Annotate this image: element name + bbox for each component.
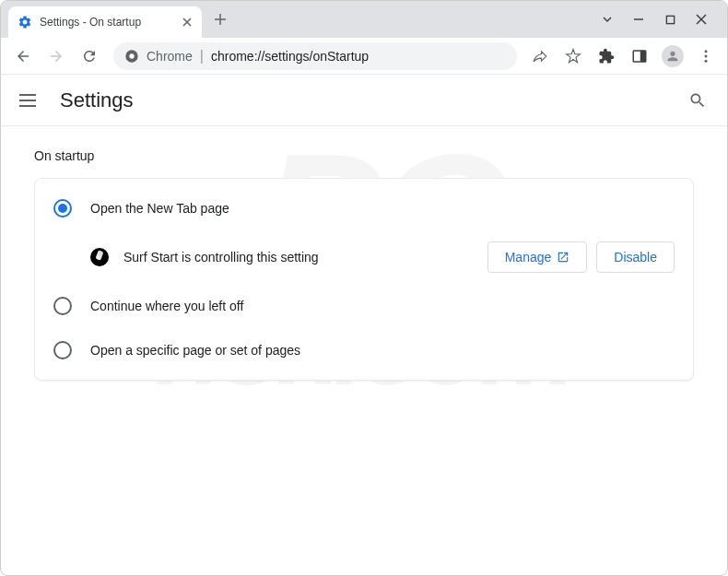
browser-toolbar: Chrome | chrome://settings/onStartup xyxy=(1,38,727,75)
chevron-down-icon[interactable] xyxy=(600,12,615,27)
disable-button-label: Disable xyxy=(614,250,657,264)
extension-control-text: Surf Start is controlling this setting xyxy=(123,250,473,264)
browser-tab[interactable]: Settings - On startup xyxy=(8,6,202,38)
svg-point-6 xyxy=(705,54,708,57)
option-label: Open a specific page or set of pages xyxy=(90,343,300,358)
manage-button[interactable]: Manage xyxy=(487,241,588,273)
hamburger-menu-icon[interactable] xyxy=(19,89,41,112)
option-label: Continue where you left off xyxy=(90,299,243,313)
menu-icon[interactable] xyxy=(692,42,720,70)
close-tab-icon[interactable] xyxy=(180,15,194,29)
svg-point-7 xyxy=(705,59,708,62)
svg-point-2 xyxy=(129,53,134,58)
extension-icon xyxy=(90,248,109,266)
option-continue[interactable]: Continue where you left off xyxy=(35,284,693,328)
address-bar[interactable]: Chrome | chrome://settings/onStartup xyxy=(113,42,517,70)
startup-card: Open the New Tab page Surf Start is cont… xyxy=(34,178,694,381)
disable-button[interactable]: Disable xyxy=(596,241,675,273)
svg-rect-4 xyxy=(640,51,646,62)
share-icon[interactable] xyxy=(526,42,554,70)
settings-header: Settings xyxy=(1,75,727,126)
bookmark-star-icon[interactable] xyxy=(559,42,587,70)
window-controls xyxy=(600,12,720,27)
gear-icon xyxy=(18,15,32,29)
extensions-icon[interactable] xyxy=(593,42,620,70)
option-label: Open the New Tab page xyxy=(90,201,229,216)
radio-selected[interactable] xyxy=(53,199,72,217)
option-specific[interactable]: Open a specific page or set of pages xyxy=(35,328,693,372)
reload-button[interactable] xyxy=(75,41,104,71)
svg-rect-0 xyxy=(666,16,674,23)
address-url: chrome://settings/onStartup xyxy=(211,49,369,64)
option-new-tab[interactable]: Open the New Tab page xyxy=(35,186,693,230)
window-titlebar: Settings - On startup xyxy=(1,1,727,38)
forward-button[interactable] xyxy=(41,41,71,71)
close-window-button[interactable] xyxy=(694,12,709,27)
manage-button-label: Manage xyxy=(505,250,552,264)
section-title: On startup xyxy=(34,148,694,163)
address-separator: | xyxy=(200,48,204,65)
minimize-button[interactable] xyxy=(631,12,646,27)
back-button[interactable] xyxy=(8,41,38,71)
page-title: Settings xyxy=(60,88,134,112)
radio-unselected[interactable] xyxy=(53,341,72,359)
tab-title: Settings - On startup xyxy=(40,16,172,29)
radio-unselected[interactable] xyxy=(53,297,72,315)
toolbar-icons xyxy=(526,42,720,70)
extension-control-row: Surf Start is controlling this setting M… xyxy=(35,230,693,284)
open-external-icon xyxy=(557,251,569,264)
maximize-button[interactable] xyxy=(663,12,677,27)
new-tab-button[interactable] xyxy=(207,6,233,32)
sidepanel-icon[interactable] xyxy=(626,42,653,70)
search-icon[interactable] xyxy=(687,89,709,112)
settings-content: On startup Open the New Tab page Surf St… xyxy=(1,126,727,403)
profile-avatar[interactable] xyxy=(659,42,687,70)
svg-point-5 xyxy=(705,50,708,53)
address-label: Chrome xyxy=(147,49,193,64)
chrome-logo-icon xyxy=(124,49,139,64)
